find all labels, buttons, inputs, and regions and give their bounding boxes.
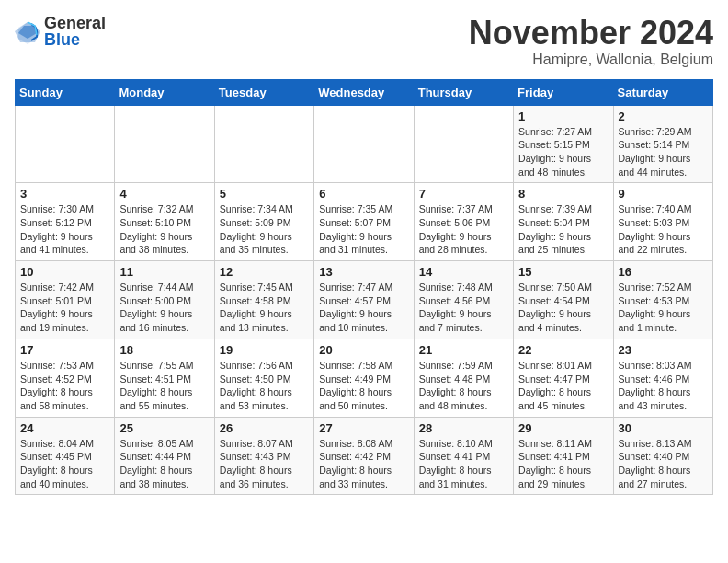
weekday-header-friday: Friday — [514, 79, 613, 105]
calendar-cell: 23Sunrise: 8:03 AM Sunset: 4:46 PM Dayli… — [613, 339, 712, 417]
day-info: Sunrise: 8:01 AM Sunset: 4:47 PM Dayligh… — [518, 359, 608, 413]
calendar-cell: 14Sunrise: 7:48 AM Sunset: 4:56 PM Dayli… — [414, 261, 513, 339]
day-info: Sunrise: 7:30 AM Sunset: 5:12 PM Dayligh… — [20, 202, 109, 257]
weekday-header-saturday: Saturday — [613, 79, 712, 105]
calendar-cell: 28Sunrise: 8:10 AM Sunset: 4:41 PM Dayli… — [414, 417, 513, 495]
day-number: 8 — [518, 187, 608, 201]
day-info: Sunrise: 7:59 AM Sunset: 4:48 PM Dayligh… — [419, 359, 508, 413]
calendar-cell: 9Sunrise: 7:40 AM Sunset: 5:03 PM Daylig… — [613, 183, 712, 261]
calendar-cell: 4Sunrise: 7:32 AM Sunset: 5:10 PM Daylig… — [115, 183, 214, 261]
day-number: 10 — [20, 265, 109, 279]
day-info: Sunrise: 8:03 AM Sunset: 4:46 PM Dayligh… — [619, 359, 708, 413]
calendar-cell: 11Sunrise: 7:44 AM Sunset: 5:00 PM Dayli… — [115, 261, 214, 339]
week-row-4: 17Sunrise: 7:53 AM Sunset: 4:52 PM Dayli… — [16, 339, 713, 417]
day-info: Sunrise: 7:52 AM Sunset: 4:53 PM Dayligh… — [619, 281, 708, 335]
calendar-cell: 13Sunrise: 7:47 AM Sunset: 4:57 PM Dayli… — [314, 261, 414, 339]
calendar-cell — [16, 105, 115, 183]
logo-icon — [15, 18, 40, 44]
calendar-cell: 27Sunrise: 8:08 AM Sunset: 4:42 PM Dayli… — [314, 417, 414, 495]
day-number: 12 — [220, 265, 309, 279]
day-info: Sunrise: 7:44 AM Sunset: 5:00 PM Dayligh… — [119, 281, 209, 335]
calendar-cell: 20Sunrise: 7:58 AM Sunset: 4:49 PM Dayli… — [314, 339, 414, 417]
day-info: Sunrise: 7:58 AM Sunset: 4:49 PM Dayligh… — [319, 359, 408, 413]
day-info: Sunrise: 8:05 AM Sunset: 4:44 PM Dayligh… — [119, 437, 209, 491]
day-info: Sunrise: 7:37 AM Sunset: 5:06 PM Dayligh… — [419, 202, 508, 257]
day-number: 28 — [419, 421, 508, 435]
day-number: 24 — [20, 421, 109, 435]
day-number: 14 — [419, 265, 508, 279]
day-info: Sunrise: 7:48 AM Sunset: 4:56 PM Dayligh… — [419, 281, 508, 335]
day-number: 11 — [119, 265, 209, 279]
calendar-cell: 1Sunrise: 7:27 AM Sunset: 5:15 PM Daylig… — [514, 105, 613, 183]
day-info: Sunrise: 7:53 AM Sunset: 4:52 PM Dayligh… — [20, 359, 109, 413]
day-number: 15 — [518, 265, 608, 279]
day-number: 3 — [20, 187, 109, 201]
calendar-cell: 6Sunrise: 7:35 AM Sunset: 5:07 PM Daylig… — [314, 183, 414, 261]
day-info: Sunrise: 8:11 AM Sunset: 4:41 PM Dayligh… — [518, 437, 608, 491]
calendar-cell: 25Sunrise: 8:05 AM Sunset: 4:44 PM Dayli… — [115, 417, 214, 495]
day-number: 5 — [220, 187, 309, 201]
day-number: 22 — [518, 343, 608, 357]
logo-text: General Blue — [44, 15, 106, 48]
calendar-cell: 10Sunrise: 7:42 AM Sunset: 5:01 PM Dayli… — [16, 261, 115, 339]
day-number: 1 — [518, 109, 608, 123]
day-number: 6 — [319, 187, 408, 201]
day-number: 7 — [419, 187, 508, 201]
day-info: Sunrise: 8:10 AM Sunset: 4:41 PM Dayligh… — [419, 437, 508, 491]
calendar-cell: 7Sunrise: 7:37 AM Sunset: 5:06 PM Daylig… — [414, 183, 513, 261]
day-info: Sunrise: 8:08 AM Sunset: 4:42 PM Dayligh… — [319, 437, 408, 491]
day-info: Sunrise: 7:56 AM Sunset: 4:50 PM Dayligh… — [220, 359, 309, 413]
day-number: 20 — [319, 343, 408, 357]
week-row-2: 3Sunrise: 7:30 AM Sunset: 5:12 PM Daylig… — [16, 183, 713, 261]
day-info: Sunrise: 8:04 AM Sunset: 4:45 PM Dayligh… — [20, 437, 109, 491]
calendar-cell: 5Sunrise: 7:34 AM Sunset: 5:09 PM Daylig… — [214, 183, 313, 261]
weekday-header-row: SundayMondayTuesdayWednesdayThursdayFrid… — [16, 79, 713, 105]
day-number: 9 — [619, 187, 708, 201]
day-info: Sunrise: 8:07 AM Sunset: 4:43 PM Dayligh… — [220, 437, 309, 491]
calendar-cell — [214, 105, 313, 183]
month-title: November 2024 — [469, 15, 713, 52]
day-info: Sunrise: 7:35 AM Sunset: 5:07 PM Dayligh… — [319, 202, 408, 257]
weekday-header-monday: Monday — [115, 79, 214, 105]
calendar-cell: 2Sunrise: 7:29 AM Sunset: 5:14 PM Daylig… — [613, 105, 712, 183]
week-row-1: 1Sunrise: 7:27 AM Sunset: 5:15 PM Daylig… — [16, 105, 713, 183]
calendar-cell — [115, 105, 214, 183]
day-info: Sunrise: 7:45 AM Sunset: 4:58 PM Dayligh… — [220, 281, 309, 335]
calendar-cell: 19Sunrise: 7:56 AM Sunset: 4:50 PM Dayli… — [214, 339, 313, 417]
day-info: Sunrise: 7:29 AM Sunset: 5:14 PM Dayligh… — [619, 125, 708, 179]
day-info: Sunrise: 7:55 AM Sunset: 4:51 PM Dayligh… — [119, 359, 209, 413]
day-info: Sunrise: 7:27 AM Sunset: 5:15 PM Dayligh… — [518, 125, 608, 179]
weekday-header-wednesday: Wednesday — [314, 79, 414, 105]
day-info: Sunrise: 8:13 AM Sunset: 4:40 PM Dayligh… — [619, 437, 708, 491]
week-row-3: 10Sunrise: 7:42 AM Sunset: 5:01 PM Dayli… — [16, 261, 713, 339]
weekday-header-tuesday: Tuesday — [214, 79, 313, 105]
day-info: Sunrise: 7:40 AM Sunset: 5:03 PM Dayligh… — [619, 202, 708, 257]
week-row-5: 24Sunrise: 8:04 AM Sunset: 4:45 PM Dayli… — [16, 417, 713, 495]
day-number: 17 — [20, 343, 109, 357]
calendar-cell: 17Sunrise: 7:53 AM Sunset: 4:52 PM Dayli… — [16, 339, 115, 417]
day-number: 13 — [319, 265, 408, 279]
day-info: Sunrise: 7:39 AM Sunset: 5:04 PM Dayligh… — [518, 202, 608, 257]
day-number: 16 — [619, 265, 708, 279]
calendar-cell — [314, 105, 414, 183]
day-info: Sunrise: 7:42 AM Sunset: 5:01 PM Dayligh… — [20, 281, 109, 335]
calendar-table: SundayMondayTuesdayWednesdayThursdayFrid… — [15, 79, 713, 496]
calendar-cell — [414, 105, 513, 183]
day-number: 2 — [619, 109, 708, 123]
day-info: Sunrise: 7:47 AM Sunset: 4:57 PM Dayligh… — [319, 281, 408, 335]
calendar-cell: 29Sunrise: 8:11 AM Sunset: 4:41 PM Dayli… — [514, 417, 613, 495]
calendar-cell: 15Sunrise: 7:50 AM Sunset: 4:54 PM Dayli… — [514, 261, 613, 339]
calendar-cell: 12Sunrise: 7:45 AM Sunset: 4:58 PM Dayli… — [214, 261, 313, 339]
calendar-cell: 24Sunrise: 8:04 AM Sunset: 4:45 PM Dayli… — [16, 417, 115, 495]
day-number: 27 — [319, 421, 408, 435]
title-area: November 2024 Hamipre, Wallonia, Belgium — [469, 15, 713, 68]
weekday-header-thursday: Thursday — [414, 79, 513, 105]
day-info: Sunrise: 7:32 AM Sunset: 5:10 PM Dayligh… — [119, 202, 209, 257]
day-number: 4 — [119, 187, 209, 201]
day-number: 21 — [419, 343, 508, 357]
calendar-cell: 18Sunrise: 7:55 AM Sunset: 4:51 PM Dayli… — [115, 339, 214, 417]
calendar-cell: 8Sunrise: 7:39 AM Sunset: 5:04 PM Daylig… — [514, 183, 613, 261]
calendar-cell: 30Sunrise: 8:13 AM Sunset: 4:40 PM Dayli… — [613, 417, 712, 495]
day-info: Sunrise: 7:34 AM Sunset: 5:09 PM Dayligh… — [220, 202, 309, 257]
calendar-cell: 22Sunrise: 8:01 AM Sunset: 4:47 PM Dayli… — [514, 339, 613, 417]
